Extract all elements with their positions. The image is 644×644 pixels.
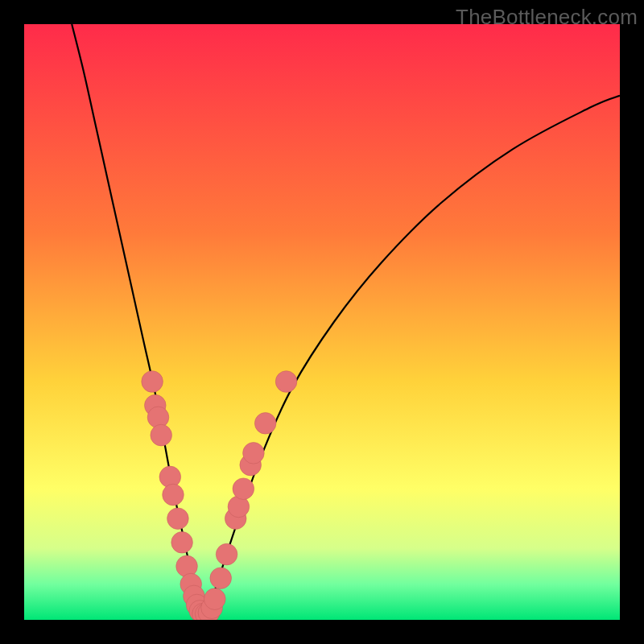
gradient-background: [24, 24, 620, 620]
data-marker: [171, 531, 193, 553]
bottleneck-chart: [24, 24, 620, 620]
data-marker: [167, 508, 189, 530]
data-marker: [151, 424, 172, 446]
data-marker: [163, 484, 184, 506]
data-marker: [233, 478, 254, 500]
data-marker: [275, 371, 297, 393]
watermark-text: TheBottleneck.com: [456, 5, 638, 30]
data-marker: [204, 588, 225, 610]
data-marker: [254, 412, 276, 434]
data-marker: [210, 568, 232, 589]
data-marker: [216, 543, 237, 565]
data-marker: [243, 442, 265, 464]
chart-frame: [24, 24, 620, 620]
data-marker: [142, 371, 163, 393]
